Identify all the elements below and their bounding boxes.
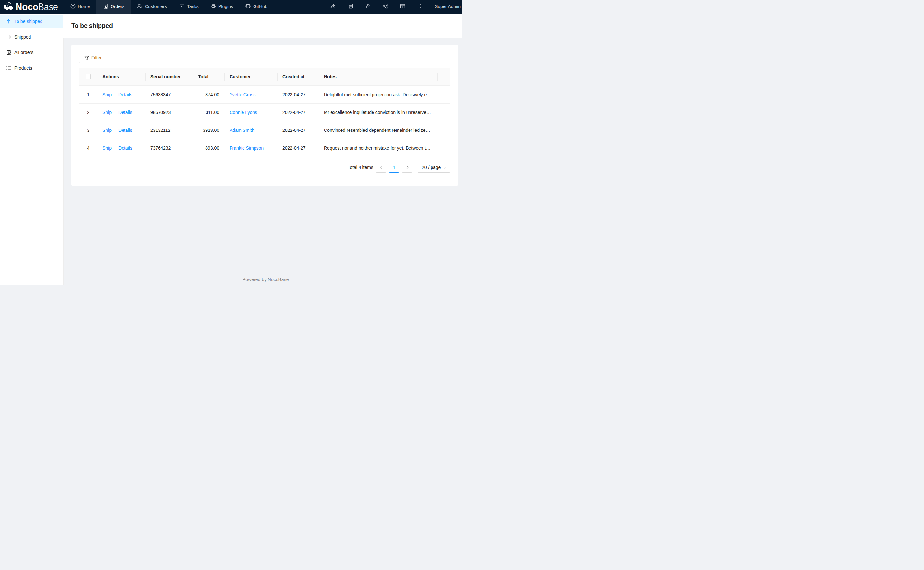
svg-text:Base: Base bbox=[38, 1, 58, 13]
svg-text:Noco: Noco bbox=[15, 1, 38, 13]
